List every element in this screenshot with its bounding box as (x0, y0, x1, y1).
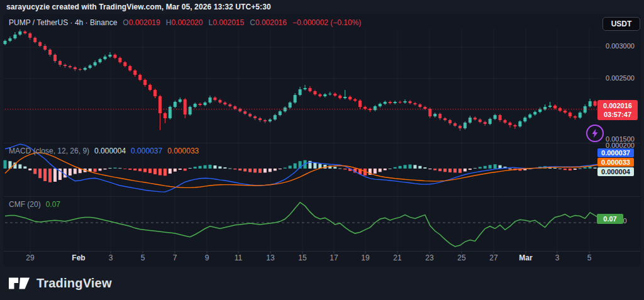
x-axis-day-label: 29 (26, 253, 34, 262)
x-axis-day-label: 17 (330, 253, 338, 262)
x-axis-day-label: 7 (173, 253, 177, 262)
cmf-value-label: 0.07 (597, 214, 623, 224)
x-axis-day-label: 15 (298, 253, 306, 262)
footer-bar: TradingView (9, 275, 112, 291)
price-scale-label: 0.003000 (601, 42, 639, 50)
macd-hist-value-label: 0.000004 (597, 167, 634, 176)
macd-line-value-label: 0.000037 (597, 148, 634, 157)
x-axis-month-label: Mar (519, 253, 532, 262)
macd-signal-value-label: 0.000033 (597, 158, 634, 167)
price-change: −0.000002 (−0.10%) (292, 18, 361, 27)
x-axis-day-label: 5 (587, 253, 592, 262)
x-axis-day-label: 19 (361, 253, 369, 262)
bar-countdown: 03:57:47 (597, 110, 638, 119)
x-axis-day-label: 21 (393, 253, 401, 262)
cmf-legend: CMF (20) 0.07 (9, 200, 60, 209)
x-axis-day-label: 5 (141, 253, 145, 262)
x-axis-day-label: 11 (235, 253, 242, 262)
tradingview-snapshot: sarayucyzie created with TradingView.com… (0, 0, 644, 300)
last-price-label: 0.002016 03:57:47 (597, 100, 638, 120)
x-axis-month-label: Feb (72, 253, 85, 262)
ohlc-open: O0.002019 (123, 18, 160, 27)
symbol-header: PUMP / TetherUS · 4h · Binance O0.002019… (9, 18, 361, 27)
x-axis-day-label: 25 (457, 253, 465, 262)
currency-toggle-button[interactable]: USDT (602, 17, 640, 31)
gridlines (4, 29, 640, 253)
macd-line-value: 0.000037 (131, 147, 162, 155)
cmf-value: 0.07 (46, 200, 60, 209)
lightning-icon (590, 128, 600, 138)
ohlc-low: L0.002015 (208, 18, 244, 27)
cmf-title[interactable]: CMF (20) (9, 200, 41, 209)
macd-legend: MACD (close, 12, 26, 9) 0.000004 0.00003… (9, 147, 199, 155)
x-axis-day-label: 27 (489, 253, 497, 262)
ohlc-close: C0.002016 (250, 18, 287, 27)
macd-title[interactable]: MACD (close, 12, 26, 9) (9, 147, 89, 155)
last-price-value: 0.002016 (597, 101, 638, 110)
x-axis-day-label: 23 (425, 253, 433, 262)
ohlc-high: H0.002020 (166, 18, 203, 27)
tradingview-brand-text[interactable]: TradingView (36, 276, 112, 291)
attribution-text: sarayucyzie created with TradingView.com… (6, 3, 271, 11)
price-scale-label: 0.002500 (601, 74, 639, 82)
x-axis-day-label: 3 (555, 253, 560, 262)
x-axis-day-label: 13 (266, 253, 274, 262)
symbol-title[interactable]: PUMP / TetherUS · 4h · Binance (9, 18, 117, 27)
x-axis-day-label: 9 (205, 253, 209, 262)
tradingview-logo-icon[interactable] (9, 275, 30, 291)
macd-hist-value: 0.000004 (94, 147, 126, 155)
macd-signal-value: 0.000033 (167, 147, 199, 155)
x-axis-day-label: 3 (109, 253, 113, 262)
